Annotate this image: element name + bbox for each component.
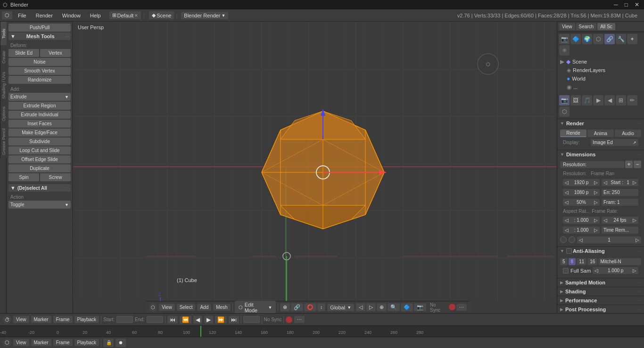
- render-prop-icon[interactable]: 📷: [559, 34, 570, 44]
- sampled-motion-header[interactable]: ▶ Sampled Motion ···: [557, 278, 644, 287]
- blender-menu-icon[interactable]: ⬡: [2, 11, 12, 19]
- mesh-tools-header[interactable]: ▼ Mesh Tools ···: [8, 32, 71, 40]
- start-field[interactable]: ◁ Start : 1 ▷: [602, 179, 638, 186]
- engine-selector[interactable]: Blender Render ▼: [181, 12, 228, 19]
- render-tab-audio[interactable]: Audio: [615, 129, 641, 137]
- reverse-play-button[interactable]: ◀: [193, 316, 202, 324]
- viewport[interactable]: User Persp: [73, 22, 557, 313]
- tl-marker-button[interactable]: Marker: [31, 316, 51, 323]
- menu-file[interactable]: File: [14, 12, 30, 19]
- object-prop-icon[interactable]: ⬡: [593, 34, 603, 44]
- toggle-dropdown[interactable]: Toggle ▼: [8, 201, 71, 209]
- res-y-field[interactable]: ◁ 1080 p ▷: [563, 189, 600, 196]
- nav-btn-1[interactable]: ◁: [356, 303, 365, 311]
- full-sam-val-field[interactable]: ◁ 1.000 p ▷: [593, 267, 638, 274]
- prop-icon-6[interactable]: ⊞: [616, 95, 626, 105]
- prop-icon-5[interactable]: ◀: [604, 95, 615, 105]
- res-x-field[interactable]: ◁ 1920 p ▷: [563, 179, 600, 186]
- extrude-region-button[interactable]: Extrude Region: [8, 102, 71, 110]
- end-field[interactable]: En: 250: [602, 189, 638, 196]
- play-button[interactable]: ▶: [204, 316, 213, 324]
- res-pct-field[interactable]: ◁ 50% ▷: [563, 199, 600, 206]
- nav-btn-3[interactable]: ⊕: [377, 303, 387, 311]
- time-rem-field[interactable]: Time Rem...: [602, 227, 638, 234]
- display-value-field[interactable]: Image Ed ↗: [591, 139, 638, 146]
- scene-prop-icon[interactable]: 🔷: [570, 34, 581, 44]
- record-anim-button[interactable]: [449, 304, 455, 310]
- orientation-selector[interactable]: Global ▼: [327, 304, 354, 311]
- statusbar-icon[interactable]: ⬡: [3, 339, 11, 347]
- aa-5-button[interactable]: 5: [560, 258, 568, 265]
- extrude-dropdown[interactable]: Extrude ▼: [8, 93, 71, 101]
- scene-selector[interactable]: ◆ Scene: [149, 11, 174, 19]
- mesh-menu-button[interactable]: Mesh: [213, 304, 230, 311]
- deselect-header[interactable]: ▼ (De)select All ···: [8, 184, 71, 192]
- render-presets-dropdown[interactable]: Resolution:: [560, 161, 624, 168]
- nav-btn-4[interactable]: 🔍: [388, 303, 400, 311]
- prop-icon-7[interactable]: ✏: [627, 95, 637, 105]
- close-button[interactable]: ✕: [633, 1, 641, 8]
- vertex-button[interactable]: Vertex: [40, 49, 71, 57]
- status-marker-button[interactable]: Marker: [31, 339, 51, 346]
- current-frame-input[interactable]: 1: [243, 316, 260, 323]
- frame-field[interactable]: Fram: 1: [602, 199, 638, 206]
- screw-button[interactable]: Screw: [40, 173, 71, 181]
- aspect-y-field[interactable]: ◁ : 1.000 ▷: [563, 227, 600, 234]
- dimensions-section-header[interactable]: ▼ Dimensions ···: [557, 150, 644, 159]
- tab-create[interactable]: Create: [0, 45, 7, 69]
- tab-tools[interactable]: Tools: [0, 22, 7, 45]
- add-menu-button[interactable]: Add: [197, 304, 211, 311]
- performance-header[interactable]: ▶ Performance ···: [557, 296, 644, 305]
- tl-frame-button[interactable]: Frame: [53, 316, 73, 323]
- render-section-header[interactable]: ▼ Render ···: [557, 119, 644, 128]
- nav-btn-6[interactable]: 📷: [414, 303, 426, 311]
- tl-end-input[interactable]: 250: [147, 316, 163, 323]
- prop-icon-3[interactable]: 🎵: [582, 95, 592, 105]
- menu-render[interactable]: Render: [32, 12, 57, 19]
- maximize-button[interactable]: □: [623, 1, 630, 8]
- frame-num-field[interactable]: ◁ 1 ▷: [577, 236, 641, 243]
- extra-tl-btn[interactable]: ⋯: [294, 316, 305, 323]
- status-view-button[interactable]: View: [13, 339, 29, 346]
- timeline-ruler[interactable]: -40 -20 0 20 40 60 80 100 120 140 160 18…: [0, 326, 644, 337]
- menu-window[interactable]: Window: [58, 12, 84, 19]
- tab-grease-pencil[interactable]: Grease Pencil: [0, 125, 7, 158]
- view-menu-button[interactable]: View: [159, 304, 175, 311]
- nav-btn-5[interactable]: 🔷: [401, 303, 413, 311]
- proportional-button[interactable]: ⭕: [304, 303, 316, 311]
- scene-tree-render-layers[interactable]: ◈ RenderLayers: [557, 66, 644, 74]
- tl-start-input[interactable]: 1: [116, 316, 133, 323]
- spin-button[interactable]: Spin: [8, 173, 39, 181]
- minimize-button[interactable]: ─: [612, 1, 620, 8]
- snap-button[interactable]: 🔗: [291, 303, 303, 311]
- mode-selector[interactable]: ⬡ Edit Mode ▼: [235, 301, 276, 314]
- record-button[interactable]: [286, 316, 292, 323]
- tab-shading-uvs[interactable]: Shading / UVs: [0, 69, 7, 102]
- aa-11-button[interactable]: 11: [577, 258, 586, 265]
- scene-tree-extra[interactable]: ◉ ...: [557, 83, 644, 91]
- randomize-button[interactable]: Randomize: [8, 76, 71, 84]
- shading-header[interactable]: ▶ Shading ···: [557, 287, 644, 296]
- aa-filter-field[interactable]: Mitchell-N: [598, 258, 641, 265]
- menu-help[interactable]: Help: [86, 12, 105, 19]
- render-tab-render[interactable]: Rende: [560, 129, 586, 137]
- duplicate-button[interactable]: Duplicate: [8, 164, 71, 172]
- inset-faces-button[interactable]: Inset Faces: [8, 120, 71, 128]
- modifier-prop-icon[interactable]: 🔧: [616, 34, 626, 44]
- make-edge-face-button[interactable]: Make Edge/Face: [8, 129, 71, 137]
- fps-lock-button[interactable]: 🔒: [103, 339, 114, 347]
- pivot-button[interactable]: ⊕: [280, 303, 290, 311]
- slide-ed-button[interactable]: Slide Ed: [8, 49, 39, 57]
- prop-icon-8[interactable]: ⬡: [559, 106, 570, 117]
- physics-prop-icon[interactable]: ⚛: [559, 45, 570, 56]
- prev-frame-button[interactable]: ⏪: [180, 316, 191, 324]
- push-pull-button[interactable]: Push/Pull: [8, 24, 71, 32]
- aa-section-header[interactable]: ▼ Anti-Aliasing ···: [557, 246, 644, 255]
- fps-field[interactable]: ◁ 24 fps ▷: [602, 217, 638, 224]
- viewport-inner[interactable]: User Persp: [73, 22, 557, 301]
- aspect-x-field[interactable]: ◁ : 1.000 ▷: [563, 217, 600, 224]
- tab-options[interactable]: Options: [0, 102, 7, 125]
- select-menu-button[interactable]: Select: [177, 304, 196, 311]
- jump-end-button[interactable]: ⏭: [229, 316, 239, 324]
- aa-8-button[interactable]: 8: [569, 258, 576, 265]
